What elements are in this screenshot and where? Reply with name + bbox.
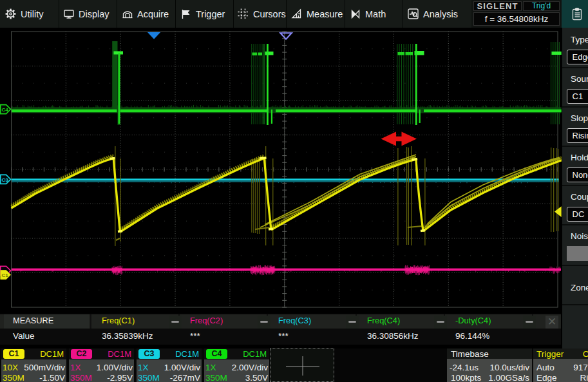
svg-text:C1: C1	[1, 272, 8, 278]
svg-text:C4: C4	[1, 107, 8, 113]
svg-text:C3: C3	[1, 177, 8, 183]
